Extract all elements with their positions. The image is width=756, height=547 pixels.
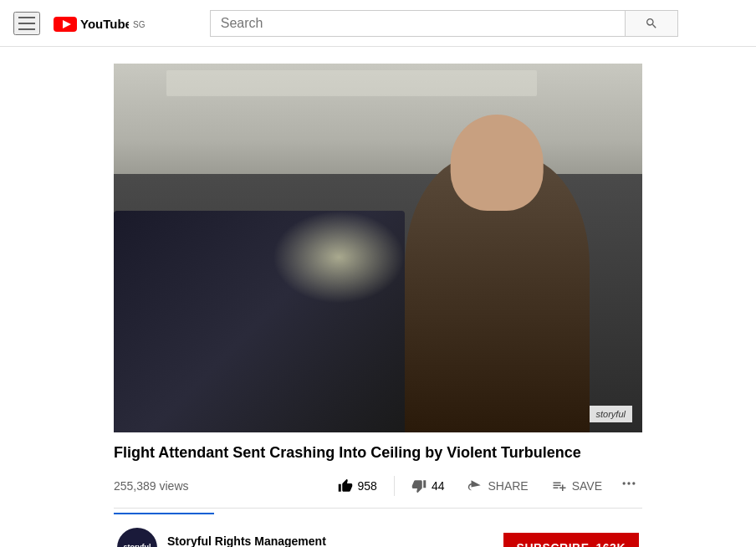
search-input[interactable] [210, 10, 625, 37]
channel-avatar[interactable]: storyful [117, 528, 157, 547]
subscribe-button[interactable]: SUBSCRIBE 163K [503, 533, 639, 547]
video-meta-row: 255,389 views 958 44 [114, 470, 642, 509]
channel-info: storyful Storyful Rights Management Publ… [117, 528, 326, 547]
person-silhouette [405, 156, 590, 432]
video-player[interactable]: storyful [114, 64, 642, 432]
channel-name[interactable]: Storyful Rights Management [167, 534, 326, 547]
storyful-watermark: storyful [590, 406, 632, 422]
more-icon [621, 475, 637, 492]
country-code: SG [133, 20, 145, 29]
save-label: SAVE [572, 479, 602, 493]
person-head [451, 115, 544, 212]
header: YouTube SG [0, 0, 756, 47]
video-title: Flight Attendant Sent Crashing Into Ceil… [114, 442, 642, 463]
search-icon [645, 17, 658, 30]
main-content: storyful Flight Attendant Sent Crashing … [0, 47, 756, 547]
like-count: 958 [358, 479, 377, 493]
ceiling-panel [166, 70, 536, 96]
dislike-button[interactable]: 44 [401, 473, 455, 498]
subscriber-count: 163K [596, 541, 626, 547]
youtube-logo-icon: YouTube [54, 15, 129, 32]
youtube-logo-link[interactable]: YouTube SG [54, 15, 145, 32]
hamburger-line [18, 28, 35, 30]
bright-area [273, 211, 405, 303]
video-thumbnail [114, 64, 642, 432]
view-count: 255,389 views [114, 479, 189, 493]
thumbs-down-icon [411, 478, 427, 493]
svg-text:YouTube: YouTube [80, 17, 129, 31]
hamburger-line [18, 17, 35, 18]
share-button[interactable]: SHARE [457, 473, 538, 498]
video-section: storyful Flight Attendant Sent Crashing … [94, 64, 662, 547]
channel-text: Storyful Rights Management Published on … [167, 534, 326, 547]
search-bar [210, 10, 678, 37]
subscribe-label: SUBSCRIBE [517, 541, 590, 547]
search-button[interactable] [625, 10, 678, 37]
share-label: SHARE [488, 479, 528, 493]
action-buttons: 958 44 SHARE [328, 470, 642, 501]
thumbs-up-icon [338, 478, 353, 493]
like-button[interactable]: 958 [328, 473, 387, 498]
svg-point-3 [623, 483, 626, 485]
plane-ceiling [114, 64, 642, 192]
share-icon [467, 478, 483, 493]
hamburger-menu-button[interactable] [13, 12, 40, 35]
svg-point-4 [627, 483, 630, 485]
like-underline [114, 508, 214, 514]
like-divider [394, 476, 395, 496]
more-options-button[interactable] [616, 470, 642, 501]
search-container [145, 10, 743, 37]
svg-point-5 [632, 483, 635, 485]
channel-avatar-text: storyful [123, 544, 151, 547]
channel-avatar-inner: storyful [117, 528, 157, 547]
hamburger-line [18, 23, 35, 24]
dislike-count: 44 [432, 479, 445, 493]
save-button[interactable]: SAVE [542, 473, 612, 498]
header-left: YouTube SG [13, 12, 145, 35]
save-icon [552, 478, 567, 493]
channel-row: storyful Storyful Rights Management Publ… [114, 528, 642, 547]
